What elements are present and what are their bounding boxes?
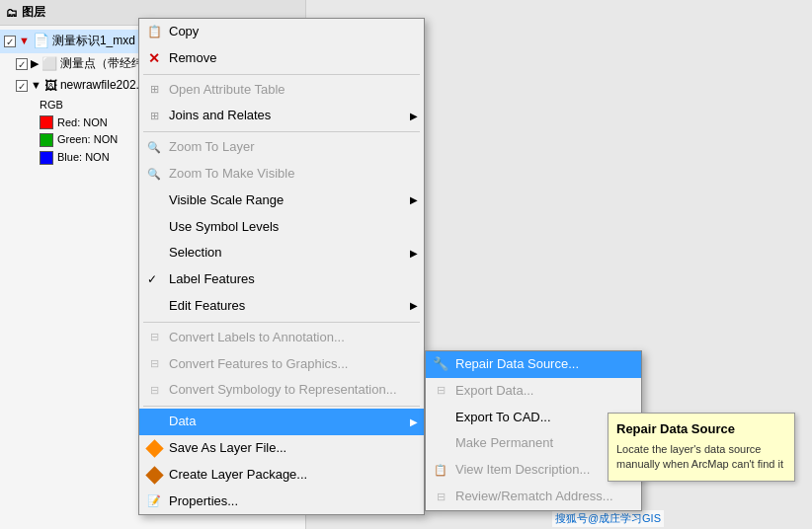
symbol-levels-icon — [145, 218, 163, 236]
context-menu: 📋 Copy ✕ Remove ⊞ Open Attribute Table ⊞… — [138, 18, 425, 515]
properties-menu-item[interactable]: 📝 Properties... — [139, 489, 424, 515]
repair-submenu-item[interactable]: 🔧 Repair Data Source... — [426, 351, 641, 378]
edit-features-icon — [145, 297, 163, 315]
data-arrow: ▶ — [410, 415, 418, 430]
save-layer-icon — [145, 439, 163, 457]
repair-icon: 🔧 — [432, 355, 449, 373]
save-layer-label: Save As Layer File... — [169, 438, 286, 459]
review-rematch-submenu-item[interactable]: ⊟ Review/Rematch Address... — [426, 484, 641, 510]
layers-panel-label: 图层 — [22, 4, 45, 21]
watermark-text: 搜狐号@成庄学习GIS — [555, 512, 661, 524]
create-package-label: Create Layer Package... — [169, 465, 307, 486]
joins-menu-item[interactable]: ⊞ Joins and Relates ▶ — [139, 103, 424, 129]
visible-scale-arrow: ▶ — [410, 192, 418, 208]
zoom-layer-icon: 🔍 — [145, 139, 163, 157]
joins-submenu-arrow: ▶ — [410, 109, 418, 124]
convert-symbology-menu-item[interactable]: ⊟ Convert Symbology to Representation... — [139, 377, 424, 404]
properties-icon: 📝 — [145, 492, 163, 510]
layer2-icon: ⬜ — [41, 55, 57, 73]
joins-label: Joins and Relates — [169, 106, 271, 126]
rgb-label: RGB — [40, 97, 63, 114]
zoom-layer-label: Zoom To Layer — [169, 137, 254, 158]
copy-icon: 📋 — [145, 23, 163, 40]
layer1-expand-icon: ▼ — [19, 34, 30, 48]
review-rematch-label: Review/Rematch Address... — [455, 487, 613, 507]
open-attr-label: Open Attribute Table — [169, 80, 285, 101]
create-package-menu-item[interactable]: Create Layer Package... — [139, 462, 424, 489]
remove-icon: ✕ — [145, 49, 163, 67]
watermark: 搜狐号@成庄学习GIS — [552, 510, 664, 527]
layer2-expand-icon: ▶ — [31, 56, 39, 71]
convert-symbology-icon: ⊟ — [145, 382, 163, 400]
repair-label: Repair Data Source... — [455, 354, 579, 375]
visible-scale-label: Visible Scale Range — [169, 190, 284, 211]
layer3-expand-icon: ▼ — [31, 78, 41, 93]
convert-features-icon: ⊟ — [145, 355, 163, 373]
layer3-checkbox[interactable] — [16, 80, 28, 92]
layer1-label: 测量标识1_mxd — [52, 33, 135, 49]
data-icon — [145, 414, 163, 431]
green-color-box — [40, 133, 53, 147]
convert-labels-menu-item[interactable]: ⊟ Convert Labels to Annotation... — [139, 325, 424, 351]
separator — [143, 131, 420, 132]
export-data-submenu-item[interactable]: ⊟ Export Data... — [426, 378, 641, 405]
red-label: Red: NON — [57, 114, 108, 132]
zoom-visible-label: Zoom To Make Visible — [169, 164, 294, 185]
label-features-label: Label Features — [169, 269, 255, 290]
layer2-checkbox[interactable] — [16, 58, 28, 70]
layer3-label: newrawfile202... — [60, 77, 146, 94]
separator — [143, 406, 420, 407]
export-data-icon: ⊟ — [432, 382, 449, 400]
blue-label: Blue: NON — [57, 149, 110, 167]
edit-features-label: Edit Features — [169, 296, 245, 317]
separator — [143, 74, 420, 75]
properties-label: Properties... — [169, 491, 238, 512]
convert-features-menu-item[interactable]: ⊟ Convert Features to Graphics... — [139, 351, 424, 378]
view-item-icon: 📋 — [432, 462, 449, 480]
layer3-icon: 🖼 — [44, 77, 57, 95]
copy-menu-item[interactable]: 📋 Copy — [139, 19, 424, 45]
layers-panel-icon: 🗂 — [6, 6, 18, 20]
data-menu-item[interactable]: Data ▶ — [139, 409, 424, 435]
remove-menu-item[interactable]: ✕ Remove — [139, 45, 424, 72]
convert-symbology-label: Convert Symbology to Representation... — [169, 380, 397, 401]
edit-features-menu-item[interactable]: Edit Features ▶ — [139, 293, 424, 320]
label-features-menu-item[interactable]: Label Features — [139, 266, 424, 293]
selection-menu-item[interactable]: Selection ▶ — [139, 240, 424, 266]
open-attr-menu-item[interactable]: ⊞ Open Attribute Table — [139, 77, 424, 104]
table-icon: ⊞ — [145, 81, 163, 99]
zoom-visible-menu-item[interactable]: 🔍 Zoom To Make Visible — [139, 161, 424, 188]
make-permanent-icon — [432, 435, 449, 453]
convert-labels-label: Convert Labels to Annotation... — [169, 328, 345, 348]
layer1-checkbox[interactable] — [4, 36, 16, 47]
save-layer-menu-item[interactable]: Save As Layer File... — [139, 435, 424, 462]
export-cad-label: Export To CAD... — [455, 408, 551, 428]
tooltip-box: Repair Data Source Locate the layer's da… — [608, 413, 795, 482]
zoom-layer-menu-item[interactable]: 🔍 Zoom To Layer — [139, 134, 424, 161]
copy-label: Copy — [169, 22, 199, 42]
make-permanent-label: Make Permanent — [455, 433, 553, 454]
green-label: Green: NON — [57, 131, 118, 149]
tooltip-title: Repair Data Source — [616, 421, 786, 436]
review-rematch-icon: ⊟ — [432, 488, 449, 505]
view-item-label: View Item Description... — [455, 460, 590, 481]
export-cad-icon — [432, 409, 449, 426]
symbol-levels-label: Use Symbol Levels — [169, 217, 279, 238]
red-color-box — [40, 115, 53, 129]
visible-scale-menu-item[interactable]: Visible Scale Range ▶ — [139, 188, 424, 214]
create-package-icon — [145, 466, 163, 484]
visible-scale-icon — [145, 191, 163, 209]
selection-label: Selection — [169, 243, 221, 264]
selection-icon — [145, 245, 163, 263]
export-data-label: Export Data... — [455, 381, 533, 402]
remove-label: Remove — [169, 48, 216, 69]
convert-labels-icon: ⊟ — [145, 329, 163, 346]
layer1-file-icon: 📄 — [33, 32, 49, 51]
selection-arrow: ▶ — [410, 246, 418, 262]
data-label: Data — [169, 412, 196, 432]
blue-color-box — [40, 151, 53, 165]
symbol-levels-menu-item[interactable]: Use Symbol Levels — [139, 214, 424, 241]
convert-features-label: Convert Features to Graphics... — [169, 354, 348, 375]
tooltip-body: Locate the layer's data source manually … — [616, 442, 786, 473]
joins-icon: ⊞ — [145, 108, 163, 125]
